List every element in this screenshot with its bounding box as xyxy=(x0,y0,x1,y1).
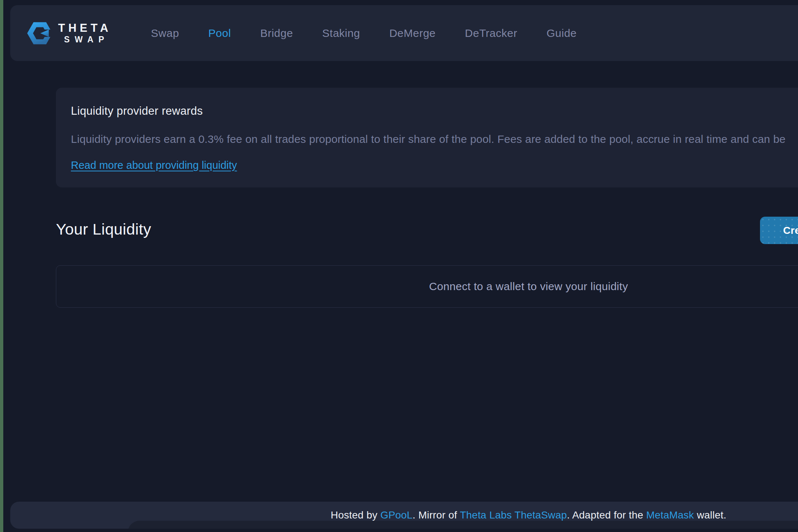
footer-text-segment: . Adapted for the xyxy=(567,509,646,521)
connect-wallet-message: Connect to a wallet to view your liquidi… xyxy=(429,280,628,293)
footer-text-segment: . Mirror of xyxy=(413,509,460,521)
rewards-card-description: Liquidity providers earn a 0.3% fee on a… xyxy=(71,133,786,145)
nav-item-guide[interactable]: Guide xyxy=(547,27,577,39)
liquidity-empty-state-box: Connect to a wallet to view your liquidi… xyxy=(56,265,798,308)
create-pair-button[interactable]: Create a pair xyxy=(760,217,798,244)
gpool-link[interactable]: GPooL xyxy=(380,509,413,521)
nav-item-swap[interactable]: Swap xyxy=(151,27,179,39)
logo-text-theta: THETA xyxy=(58,22,111,34)
rewards-card-title: Liquidity provider rewards xyxy=(71,104,203,118)
theta-hexagon-icon xyxy=(27,18,53,48)
logo-text-swap: SWAP xyxy=(64,34,109,45)
theta-labs-thetaswap-link[interactable]: Theta Labs ThetaSwap xyxy=(460,509,567,521)
logo-wordmark: THETA SWAP xyxy=(58,22,111,45)
footer-credits: Hosted by GPooL. Mirror of Theta Labs Th… xyxy=(56,509,798,521)
footer-text-segment: wallet. xyxy=(694,509,726,521)
nav-item-staking[interactable]: Staking xyxy=(322,27,360,39)
footer-text-segment: Hosted by xyxy=(331,509,380,521)
top-nav-bar: THETA SWAP Swap Pool Bridge Staking DeMe… xyxy=(10,5,798,61)
nav-item-demerge[interactable]: DeMerge xyxy=(389,27,436,39)
create-pair-button-label: Create a pair xyxy=(783,225,798,236)
nav-item-pool[interactable]: Pool xyxy=(208,27,231,39)
thetaswap-logo[interactable]: THETA SWAP xyxy=(27,18,111,48)
nav-item-bridge[interactable]: Bridge xyxy=(260,27,293,39)
metamask-link[interactable]: MetaMask xyxy=(646,509,694,521)
footer-inset-panel xyxy=(128,521,798,529)
nav-item-detracker[interactable]: DeTracker xyxy=(465,27,517,39)
your-liquidity-heading: Your Liquidity xyxy=(56,220,151,239)
read-more-link[interactable]: Read more about providing liquidity xyxy=(71,159,237,171)
main-nav: Swap Pool Bridge Staking DeMerge DeTrack… xyxy=(151,27,577,39)
desktop-edge-strip xyxy=(0,0,3,532)
liquidity-rewards-card: Liquidity provider rewards Liquidity pro… xyxy=(56,88,798,187)
